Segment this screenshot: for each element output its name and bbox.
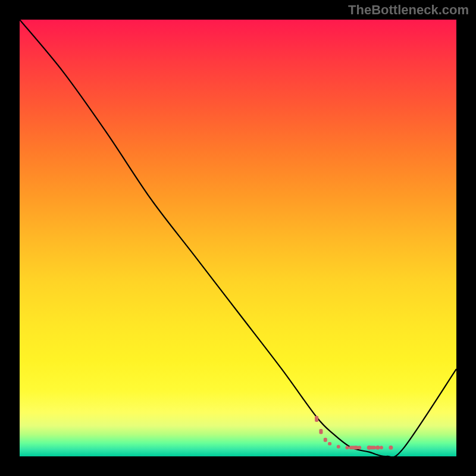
svg-point-10 [375,446,380,450]
svg-rect-1 [319,429,322,434]
svg-point-5 [346,446,349,449]
svg-rect-2 [324,438,327,442]
svg-rect-14 [368,446,376,449]
svg-rect-13 [350,446,359,449]
svg-rect-3 [328,442,331,446]
svg-point-12 [389,446,393,450]
svg-point-4 [337,445,340,449]
bottleneck-curve [20,20,456,456]
svg-rect-0 [315,416,318,422]
svg-point-11 [380,446,383,449]
watermark-text: TheBottleneck.com [348,2,469,18]
curve-svg [20,20,456,456]
chart-plot [20,20,456,456]
optimal-markers [315,416,393,450]
